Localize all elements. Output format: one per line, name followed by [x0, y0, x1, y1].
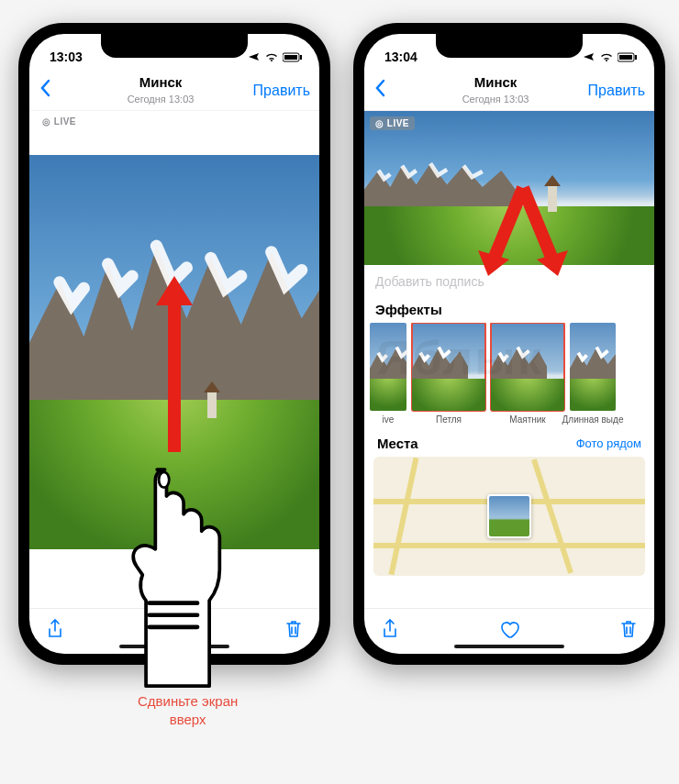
- favorite-button[interactable]: [498, 619, 520, 644]
- svg-rect-2: [300, 55, 302, 60]
- wifi-icon: [599, 52, 614, 62]
- share-icon: [381, 618, 399, 640]
- map-preview[interactable]: [373, 457, 645, 576]
- battery-icon: [618, 52, 638, 62]
- effect-label: ive: [383, 414, 395, 425]
- places-title: Места: [377, 436, 418, 451]
- airplane-icon: [583, 51, 596, 62]
- status-time: 13:03: [50, 50, 83, 64]
- chevron-left-icon: [373, 79, 386, 97]
- battery-icon: [283, 52, 303, 62]
- effect-label: Петля: [436, 414, 462, 425]
- edit-button[interactable]: Править: [581, 83, 645, 99]
- edit-button[interactable]: Править: [246, 83, 310, 99]
- nav-bar: Минск Сегодня 13:03 Править: [29, 71, 319, 111]
- notch: [101, 34, 248, 58]
- wifi-icon: [264, 52, 279, 62]
- notch: [436, 34, 583, 58]
- trash-icon: [284, 619, 303, 639]
- screen-right: 13:04 Минск Сегодня 13:03 Править: [364, 34, 654, 654]
- trash-button[interactable]: [284, 619, 303, 644]
- svg-rect-5: [619, 55, 632, 60]
- nav-bar: Минск Сегодня 13:03 Править: [364, 71, 654, 111]
- pointing-hand-icon: [108, 449, 237, 697]
- nav-title-text: Минск: [75, 74, 246, 90]
- status-icons: [248, 51, 303, 62]
- church-graphic: [204, 391, 226, 431]
- status-time: 13:04: [384, 50, 417, 64]
- instruction-line1: Сдвиньте экран: [138, 693, 238, 709]
- svg-point-3: [159, 472, 169, 488]
- trash-button[interactable]: [619, 619, 638, 644]
- airplane-icon: [248, 51, 261, 62]
- share-icon: [46, 618, 64, 640]
- nav-title: Минск Сегодня 13:03: [410, 74, 581, 106]
- share-button[interactable]: [381, 618, 399, 645]
- nav-title-text: Минск: [410, 74, 581, 90]
- chevron-left-icon: [39, 79, 51, 97]
- effect-live[interactable]: ive: [370, 323, 406, 425]
- effect-label: Длинная выде: [562, 414, 624, 425]
- trash-icon: [619, 619, 638, 639]
- effects-heading: Эффекты: [364, 298, 654, 323]
- back-button[interactable]: [373, 79, 410, 103]
- places-section: Места Фото рядом: [373, 436, 645, 576]
- map-photo-pin[interactable]: [487, 494, 531, 538]
- home-indicator[interactable]: [454, 645, 564, 648]
- heart-icon: [498, 619, 520, 639]
- effect-bounce[interactable]: Маятник: [491, 323, 564, 425]
- effects-list[interactable]: ive Петля Маятник Длинная выде: [364, 323, 654, 425]
- nav-subtitle: Сегодня 13:03: [128, 94, 195, 105]
- share-button[interactable]: [46, 618, 64, 645]
- svg-rect-6: [635, 55, 637, 60]
- instruction-text: Сдвиньте экран вверх: [138, 692, 238, 728]
- svg-rect-1: [284, 55, 297, 60]
- back-button[interactable]: [39, 79, 75, 103]
- effect-loop[interactable]: Петля: [412, 323, 485, 425]
- phone-right: 13:04 Минск Сегодня 13:03 Править: [353, 23, 665, 665]
- swipe-up-arrow-icon: [151, 269, 197, 452]
- effect-label: Маятник: [509, 414, 545, 425]
- instruction-line2: вверх: [170, 712, 206, 727]
- nav-subtitle: Сегодня 13:03: [462, 94, 529, 105]
- places-nearby-link[interactable]: Фото рядом: [576, 436, 641, 450]
- live-badge: LIVE: [37, 115, 82, 128]
- effect-long-exposure[interactable]: Длинная выде: [570, 323, 616, 425]
- diverging-arrows-icon: [463, 179, 583, 298]
- status-icons: [583, 51, 638, 62]
- live-badge: LIVE: [370, 116, 415, 130]
- nav-title: Минск Сегодня 13:03: [75, 74, 246, 106]
